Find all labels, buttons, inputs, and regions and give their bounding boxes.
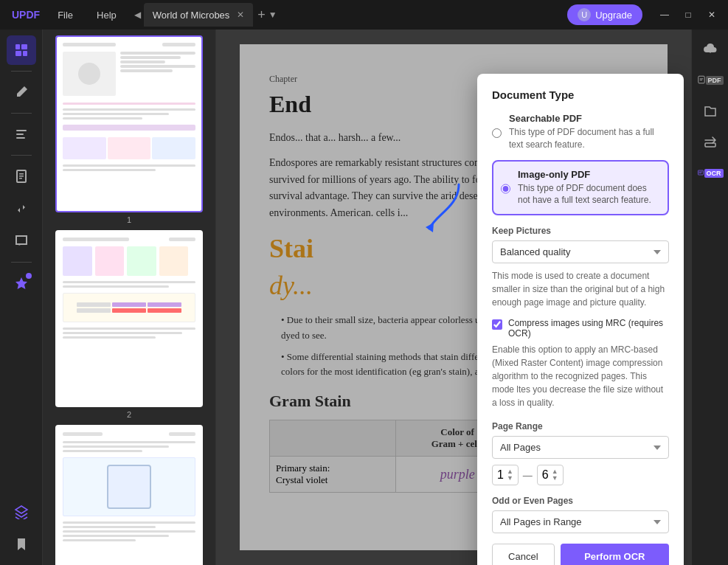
page-range-dash: — xyxy=(523,470,533,481)
svg-rect-13 xyxy=(698,76,704,83)
ocr-dialog: Document Type Searchable PDF This type o… xyxy=(477,74,684,565)
keep-pictures-section: Keep Pictures Balanced quality This mode… xyxy=(492,226,669,409)
searchable-pdf-label: Searchable PDF xyxy=(509,113,669,124)
page-to-box: 6 ▲ ▼ xyxy=(537,465,564,485)
svg-marker-11 xyxy=(15,277,27,289)
right-icon-save-pdf[interactable]: PDF xyxy=(697,66,724,93)
right-icon-open[interactable] xyxy=(697,97,724,124)
thumb-page-number-2: 2 xyxy=(127,410,131,419)
tab-close-button[interactable]: ✕ xyxy=(237,10,244,20)
searchable-pdf-info: Searchable PDF This type of PDF document… xyxy=(509,113,669,151)
user-avatar: U xyxy=(578,8,591,21)
sidebar-sep-2 xyxy=(11,113,32,114)
image-pdf-option[interactable]: Image-only PDF This type of PDF document… xyxy=(492,160,669,216)
searchable-pdf-radio[interactable] xyxy=(492,115,502,151)
sidebar-icon-convert[interactable] xyxy=(7,194,36,223)
titlebar: UPDF File Help ◀ World of Microbes ✕ + ▼… xyxy=(0,0,728,30)
thumb-img-3[interactable] xyxy=(55,425,203,565)
tab-bar: ◀ World of Microbes ✕ + ▼ xyxy=(134,3,567,27)
quality-desc: This mode is used to create a document s… xyxy=(492,269,669,309)
image-pdf-desc: This type of PDF document does not have … xyxy=(518,182,660,207)
page-to-down[interactable]: ▼ xyxy=(552,475,558,482)
page-to-spinner[interactable]: ▲ ▼ xyxy=(552,468,558,482)
compress-checkbox-row: Compress images using MRC (requires OCR) xyxy=(492,318,669,339)
sidebar-icon-comment[interactable] xyxy=(7,226,36,256)
menu-file[interactable]: File xyxy=(46,7,85,24)
close-button[interactable]: ✕ xyxy=(701,4,722,25)
sidebar-sep-3 xyxy=(11,155,32,156)
main-area: 1 xyxy=(0,30,728,565)
image-pdf-radio[interactable] xyxy=(501,171,510,207)
image-pdf-info: Image-only PDF This type of PDF document… xyxy=(518,169,660,207)
menu-help[interactable]: Help xyxy=(85,7,128,24)
compress-label: Compress images using MRC (requires OCR) xyxy=(508,318,669,339)
tab-arrow-left[interactable]: ◀ xyxy=(134,10,141,20)
sidebar-icon-layers[interactable] xyxy=(7,497,36,527)
right-icon-share[interactable] xyxy=(697,128,724,155)
svg-rect-0 xyxy=(15,44,20,49)
searchable-pdf-option[interactable]: Searchable PDF This type of PDF document… xyxy=(492,113,669,151)
compress-checkbox[interactable] xyxy=(492,319,502,330)
sidebar-icon-page[interactable] xyxy=(7,162,36,191)
upgrade-button[interactable]: U Upgrade xyxy=(567,4,642,25)
sidebar-icon-thumbnails[interactable] xyxy=(7,35,36,65)
tab-dropdown-arrow[interactable]: ▼ xyxy=(268,10,277,20)
sidebar-icon-edit[interactable] xyxy=(7,119,36,149)
right-icon-cloud[interactable] xyxy=(697,35,724,62)
new-tab-button[interactable]: + xyxy=(257,7,266,23)
thumbnail-panel: 1 xyxy=(43,30,216,565)
thumb-img-1[interactable] xyxy=(55,35,203,212)
svg-rect-8 xyxy=(19,173,24,175)
dialog-title: Document Type xyxy=(492,89,669,101)
active-tab[interactable]: World of Microbes ✕ xyxy=(144,3,254,27)
maximize-button[interactable]: □ xyxy=(678,4,698,25)
pdf-badge: PDF xyxy=(706,76,724,85)
window-controls: — □ ✕ xyxy=(654,4,722,25)
svg-rect-4 xyxy=(16,130,27,131)
dialog-buttons: Cancel Perform OCR xyxy=(492,544,669,565)
sidebar-icon-star[interactable] xyxy=(7,268,36,298)
thumbnail-page-3[interactable]: 3 xyxy=(49,425,209,565)
sidebar-sep-1 xyxy=(11,71,32,72)
svg-rect-9 xyxy=(19,176,24,177)
quality-select[interactable]: Balanced quality xyxy=(492,240,669,263)
page-range-inputs: 1 ▲ ▼ — 6 ▲ ▼ xyxy=(492,465,669,485)
svg-rect-14 xyxy=(705,143,715,147)
page-from-spinner[interactable]: ▲ ▼ xyxy=(507,468,513,482)
left-sidebar xyxy=(0,30,43,565)
svg-rect-5 xyxy=(16,134,24,135)
page-range-label: Page Range xyxy=(492,421,669,431)
thumbnail-page-2[interactable]: 2 xyxy=(49,230,209,419)
svg-rect-3 xyxy=(23,51,27,56)
ocr-badge: OCR xyxy=(704,169,724,178)
arrow-indicator xyxy=(422,177,466,239)
page-from-down[interactable]: ▼ xyxy=(507,475,513,482)
tab-label: World of Microbes xyxy=(153,10,230,21)
minimize-button[interactable]: — xyxy=(654,4,675,25)
thumbnail-page-1[interactable]: 1 xyxy=(49,35,209,224)
svg-rect-10 xyxy=(19,178,22,179)
odd-even-section: Odd or Even Pages All Pages in Range xyxy=(492,496,669,533)
page-range-section: Page Range All Pages 1 ▲ ▼ — 6 xyxy=(492,421,669,485)
svg-rect-6 xyxy=(16,137,25,139)
odd-even-label: Odd or Even Pages xyxy=(492,496,669,506)
right-icon-ocr[interactable]: OCR xyxy=(697,159,724,186)
menu-bar: File Help xyxy=(46,7,128,24)
cancel-button[interactable]: Cancel xyxy=(492,544,555,565)
page-from-value: 1 xyxy=(497,468,504,482)
thumb-img-2[interactable] xyxy=(55,230,203,407)
perform-ocr-button[interactable]: Perform OCR xyxy=(561,544,669,565)
svg-rect-1 xyxy=(21,44,27,49)
svg-rect-15 xyxy=(698,170,703,175)
odd-even-select[interactable]: All Pages in Range xyxy=(492,510,669,533)
sidebar-icon-annotate[interactable] xyxy=(7,77,36,107)
upgrade-label: Upgrade xyxy=(595,10,632,21)
page-to-value: 6 xyxy=(542,468,549,482)
image-pdf-label: Image-only PDF xyxy=(518,169,660,180)
compress-desc: Enable this option to apply an MRC-based… xyxy=(492,343,669,409)
page-from-box: 1 ▲ ▼ xyxy=(492,465,519,485)
searchable-pdf-desc: This type of PDF document has a full tex… xyxy=(509,126,669,151)
sidebar-icon-bookmark[interactable] xyxy=(7,530,36,559)
svg-marker-12 xyxy=(426,223,434,232)
page-range-select[interactable]: All Pages xyxy=(492,436,669,459)
